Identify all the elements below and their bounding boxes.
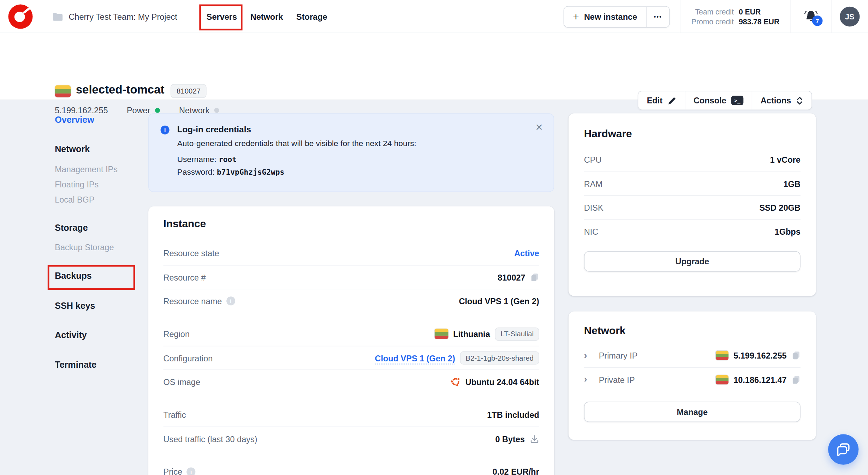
- network-status-label: Network: [179, 106, 209, 115]
- username-line: Username: root: [177, 155, 416, 164]
- sidebar-item-floating-ips[interactable]: Floating IPs: [55, 180, 143, 191]
- info-icon[interactable]: i: [187, 467, 196, 475]
- configuration-row: Configuration Cloud VPS 1 (Gen 2) B2-1-1…: [163, 346, 539, 369]
- primary-ip-value: 5.199.162.255: [733, 351, 786, 360]
- sidebar-item-management-ips[interactable]: Management IPs: [55, 164, 143, 175]
- sidebar-item-terminate[interactable]: Terminate: [55, 360, 143, 372]
- instance-card: Instance Resource state Active Resource …: [148, 206, 554, 475]
- copy-icon[interactable]: [792, 351, 801, 360]
- lithuania-flag-icon: [716, 375, 729, 384]
- pencil-icon: [667, 96, 676, 105]
- power-status-dot: [155, 108, 160, 113]
- sidebar-item-network[interactable]: Network: [55, 144, 143, 156]
- hardware-card: Hardware CPU 1 vCore RAM 1GB DISK SSD 20…: [569, 113, 816, 296]
- resource-name-row: Resource name i Cloud VPS 1 (Gen 2): [163, 289, 539, 312]
- upgrade-button[interactable]: Upgrade: [584, 251, 801, 272]
- copy-icon[interactable]: [530, 272, 539, 282]
- edit-label: Edit: [647, 96, 662, 105]
- sidebar-item-backups[interactable]: Backups: [55, 271, 143, 283]
- cpu-value: 1 vCore: [770, 155, 800, 164]
- resource-state-value: Active: [514, 248, 539, 258]
- server-id-badge: 810027: [171, 84, 207, 98]
- os-image-value: Ubuntu 24.04 64bit: [465, 377, 539, 386]
- network-card-title: Network: [569, 312, 816, 337]
- chevron-right-icon: ›: [584, 374, 587, 385]
- app-viewport: Cherry Test Team: My Project Servers Net…: [0, 0, 868, 475]
- login-credentials-banner: i Log-in credentials Auto-generated cred…: [148, 113, 554, 192]
- configuration-link[interactable]: Cloud VPS 1 (Gen 2): [375, 353, 455, 363]
- new-instance-more-button[interactable]: •••: [646, 6, 669, 27]
- breadcrumb[interactable]: Cherry Test Team: My Project: [53, 0, 177, 33]
- server-ip: 5.199.162.255: [55, 106, 108, 115]
- chevron-right-icon: ›: [584, 350, 587, 361]
- banner-content: Log-in credentials Auto-generated creden…: [177, 125, 416, 176]
- disk-label: DISK: [584, 203, 604, 212]
- network-status-dot: [214, 108, 219, 113]
- primary-ip-row[interactable]: › Primary IP 5.199.162.255: [584, 343, 801, 367]
- new-instance-label: New instance: [584, 12, 637, 22]
- os-image-label: OS image: [163, 377, 200, 386]
- password-label: Password:: [177, 168, 215, 176]
- new-instance-split-button: + New instance •••: [564, 6, 670, 27]
- nav-tab-servers[interactable]: Servers: [207, 12, 237, 22]
- instance-group-config: Region Lithuania LT-Siauliai Configurati…: [163, 322, 539, 393]
- nav-tab-network[interactable]: Network: [250, 12, 283, 22]
- region-label: Region: [163, 329, 190, 339]
- sidebar-item-ssh-keys[interactable]: SSH keys: [55, 301, 143, 313]
- server-actions-group: Edit Console >_ Actions: [638, 91, 812, 110]
- close-icon[interactable]: ✕: [535, 122, 543, 133]
- chat-button[interactable]: [828, 434, 858, 465]
- price-label: Price: [163, 467, 182, 475]
- sidebar: Overview Network Management IPs Floating…: [55, 115, 143, 372]
- password-line: Password: b71vpGhzjsG2wps: [177, 168, 416, 176]
- hardware-card-title: Hardware: [569, 113, 816, 140]
- resource-number-label: Resource #: [163, 272, 206, 282]
- topbar-right: + New instance ••• Team credit 0 EUR Pro…: [554, 0, 868, 33]
- sidebar-item-local-bgp[interactable]: Local BGP: [55, 195, 143, 206]
- private-ip-row[interactable]: › Private IP 10.186.121.47: [584, 367, 801, 391]
- username-value: root: [219, 155, 237, 164]
- sidebar-item-activity[interactable]: Activity: [55, 330, 143, 342]
- info-icon[interactable]: i: [226, 296, 235, 305]
- edit-button[interactable]: Edit: [638, 91, 685, 110]
- user-avatar[interactable]: JS: [840, 7, 860, 26]
- traffic-label: Traffic: [163, 410, 186, 420]
- actions-button[interactable]: Actions: [752, 91, 811, 110]
- sidebar-item-overview[interactable]: Overview: [55, 115, 143, 127]
- notifications-button[interactable]: 7: [791, 0, 831, 33]
- resource-number-row: Resource # 810027: [163, 265, 539, 289]
- banner-body: Auto-generated credentials that will be …: [177, 139, 416, 148]
- sidebar-item-storage[interactable]: Storage: [55, 223, 143, 235]
- new-instance-button[interactable]: + New instance: [564, 6, 646, 27]
- nav-tab-storage[interactable]: Storage: [296, 12, 327, 22]
- resource-number-value: 810027: [498, 272, 525, 282]
- cherry-servers-logo-icon[interactable]: [8, 5, 33, 29]
- logo-notch: [23, 7, 30, 14]
- server-subheader: 5.199.162.255 Power Network: [55, 106, 219, 115]
- server-title: selected-tomcat: [76, 83, 165, 96]
- divider: [680, 0, 680, 33]
- ram-label: RAM: [584, 179, 602, 188]
- manage-button[interactable]: Manage: [584, 402, 801, 422]
- used-traffic-row: Used traffic (last 30 days) 0 Bytes: [163, 427, 539, 450]
- up-down-chevrons-icon: [796, 96, 803, 105]
- region-row: Region Lithuania LT-Siauliai: [163, 322, 539, 345]
- nic-row: NIC 1Gbps: [584, 219, 801, 243]
- info-icon: i: [161, 126, 170, 134]
- cpu-row: CPU 1 vCore: [584, 148, 801, 172]
- ubuntu-logo-icon: [450, 377, 460, 387]
- region-country: Lithuania: [453, 329, 490, 339]
- main-nav: Servers Network Storage: [207, 0, 327, 33]
- download-icon[interactable]: [530, 434, 539, 444]
- console-button[interactable]: Console >_: [685, 91, 752, 110]
- copy-icon[interactable]: [792, 375, 801, 384]
- private-ip-value: 10.186.121.47: [733, 375, 786, 384]
- credits-panel: Team credit 0 EUR Promo credit 983.78 EU…: [691, 7, 779, 26]
- sidebar-item-backup-storage[interactable]: Backup Storage: [55, 242, 143, 253]
- logo-hole: [14, 12, 25, 22]
- password-value: b71vpGhzjsG2wps: [217, 168, 284, 176]
- instance-group-traffic: Traffic 1TB included Used traffic (last …: [163, 403, 539, 450]
- username-label: Username:: [177, 155, 216, 164]
- ellipsis-icon: •••: [654, 13, 662, 20]
- cpu-label: CPU: [584, 155, 602, 164]
